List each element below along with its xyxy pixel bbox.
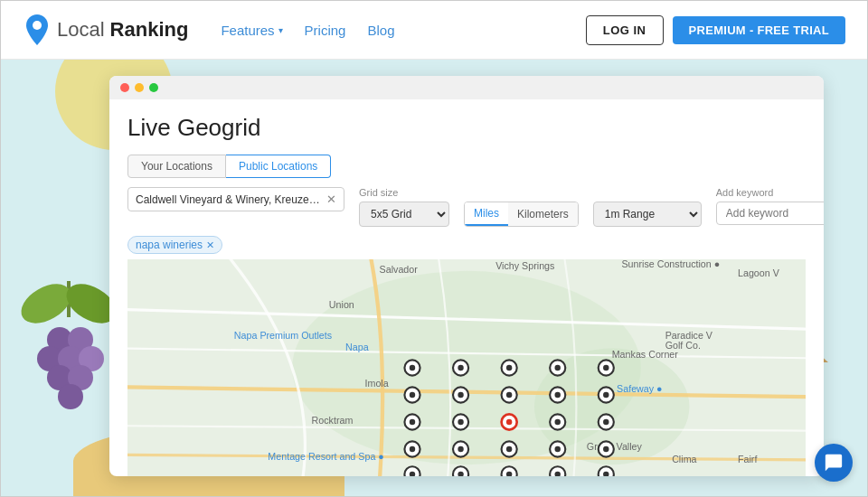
header: LocalRanking Features ▾ Pricing Blog LOG…	[1, 1, 867, 60]
unit-label	[464, 187, 579, 198]
unit-miles-button[interactable]: Miles	[465, 202, 508, 226]
location-clear-button[interactable]: ✕	[326, 192, 336, 206]
svg-point-43	[410, 365, 415, 370]
keyword-tags: napa wineries ✕	[127, 236, 806, 254]
chat-icon	[824, 453, 844, 473]
premium-button[interactable]: PREMIUM - FREE TRIAL	[673, 16, 846, 44]
keyword-control-group: Add keyword	[716, 187, 824, 225]
tag-label: napa wineries	[136, 239, 203, 251]
login-button[interactable]: LOG IN	[586, 15, 664, 45]
svg-point-79	[555, 446, 561, 452]
svg-text:Mentage Resort and Spa ●: Mentage Resort and Spa ●	[268, 451, 383, 462]
tab-your-locations[interactable]: Your Locations	[127, 155, 226, 178]
unit-control-group: Miles Kilometers	[464, 187, 579, 227]
unit-km-button[interactable]: Kilometers	[508, 202, 578, 226]
keyword-tag: napa wineries ✕	[127, 236, 222, 254]
controls-row: Caldwell Vineyard & Winery, Kreuzer Lane…	[127, 187, 806, 227]
location-input[interactable]: Caldwell Vineyard & Winery, Kreuzer Lane…	[127, 187, 344, 211]
grid-control-group: Grid size 5x5 Grid	[359, 187, 449, 227]
svg-point-59	[555, 392, 561, 398]
svg-point-11	[58, 384, 83, 409]
location-control-group: Caldwell Vineyard & Winery, Kreuzer Lane…	[127, 187, 344, 211]
dot-yellow	[135, 83, 144, 92]
svg-text:Sunrise Construction ●: Sunrise Construction ●	[621, 259, 720, 269]
svg-point-57	[506, 392, 512, 398]
svg-point-51	[603, 365, 609, 370]
tag-remove-button[interactable]: ✕	[206, 239, 214, 251]
svg-point-0	[33, 21, 42, 30]
modal-body: Live Geogrid Your Locations Public Locat…	[109, 99, 824, 476]
header-actions: LOG IN PREMIUM - FREE TRIAL	[586, 15, 845, 45]
nav-blog[interactable]: Blog	[367, 23, 394, 38]
dot-red	[120, 83, 129, 92]
chat-button[interactable]	[815, 444, 853, 482]
logo-ranking: Ranking	[110, 18, 189, 42]
range-select[interactable]: 1m Range	[593, 202, 702, 227]
chevron-down-icon: ▾	[278, 25, 283, 35]
hero-background: Live Geogrid Your Locations Public Locat…	[1, 60, 868, 497]
svg-text:Golf Co.: Golf Co.	[665, 340, 701, 351]
svg-point-81	[603, 446, 609, 452]
svg-text:Napa Premium Outlets: Napa Premium Outlets	[234, 330, 332, 341]
page-title: Live Geogrid	[127, 114, 806, 142]
location-value: Caldwell Vineyard & Winery, Kreuzer Lane…	[136, 193, 321, 206]
svg-text:Napa: Napa	[345, 342, 369, 352]
svg-point-55	[458, 392, 463, 398]
dot-green	[149, 83, 158, 92]
svg-point-49	[555, 365, 561, 370]
svg-text:Mankas Corner: Mankas Corner	[612, 349, 679, 360]
svg-text:Clima: Clima	[672, 454, 696, 464]
logo-pin-icon	[23, 13, 52, 47]
main-nav: Features ▾ Pricing Blog	[221, 23, 585, 38]
svg-text:Fairf: Fairf	[738, 454, 757, 464]
svg-text:Salvador: Salvador	[380, 264, 419, 275]
svg-point-65	[458, 419, 463, 425]
nav-pricing[interactable]: Pricing	[305, 23, 346, 38]
svg-point-47	[506, 365, 512, 370]
svg-point-73	[410, 446, 415, 452]
keyword-input[interactable]	[716, 202, 824, 225]
svg-point-69	[555, 419, 561, 425]
modal-titlebar	[109, 76, 824, 99]
svg-point-77	[506, 446, 512, 452]
svg-point-75	[458, 446, 463, 452]
svg-text:Imola: Imola	[365, 378, 389, 389]
svg-point-67	[506, 419, 512, 425]
grid-label: Grid size	[359, 187, 449, 198]
location-tabs: Your Locations Public Locations	[127, 155, 806, 178]
svg-point-45	[458, 365, 463, 370]
svg-text:Rocktram: Rocktram	[312, 415, 354, 426]
svg-point-71	[603, 419, 609, 425]
svg-text:Lagoon V: Lagoon V	[738, 267, 780, 278]
range-label	[593, 187, 702, 198]
svg-point-53	[410, 392, 415, 398]
range-control-group: 1m Range	[593, 187, 702, 227]
logo[interactable]: LocalRanking	[23, 13, 188, 47]
logo-local: Local	[57, 18, 105, 42]
svg-point-63	[410, 419, 415, 425]
map-area: Salvador Vichy Springs Sunrise Construct…	[127, 259, 806, 476]
map-svg: Salvador Vichy Springs Sunrise Construct…	[127, 259, 806, 476]
nav-features[interactable]: Features ▾	[221, 23, 282, 38]
svg-text:Safeway ●: Safeway ●	[617, 383, 663, 394]
grid-size-select[interactable]: 5x5 Grid	[359, 202, 449, 227]
svg-text:Vichy Springs: Vichy Springs	[495, 260, 554, 271]
tab-public-locations[interactable]: Public Locations	[226, 155, 331, 178]
svg-point-61	[603, 392, 609, 398]
unit-toggle: Miles Kilometers	[464, 202, 579, 227]
modal-card: Live Geogrid Your Locations Public Locat…	[109, 76, 824, 476]
keyword-label: Add keyword	[716, 187, 824, 198]
svg-text:Union: Union	[329, 299, 354, 310]
